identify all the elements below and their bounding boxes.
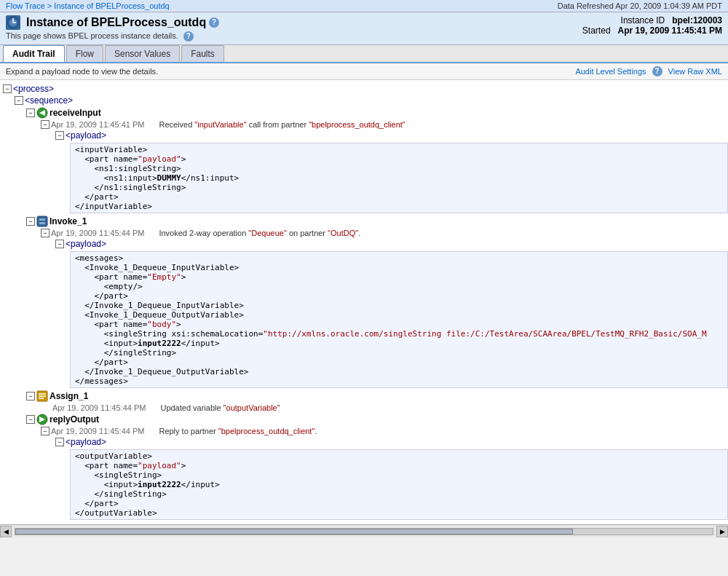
breadcrumb-instance: Instance of BPELProcess_outdq xyxy=(54,1,169,10)
scroll-track[interactable] xyxy=(15,528,713,535)
process-expand[interactable]: − xyxy=(3,84,12,93)
reply-output-events: − Apr 19, 2009 11:45:44 PM Reply to part… xyxy=(26,426,728,520)
instance-id-row: Instance ID bpel:120003 xyxy=(582,15,722,25)
receive-input-section: − receiveInput − Apr 19, 2009 11:45:41 P… xyxy=(0,106,728,213)
assign1-row: − Assign_1 xyxy=(26,390,728,403)
subtitle-text: This page shows BPEL process instance de… xyxy=(6,31,178,40)
receive-event-time: Apr 19, 2009 11:45:41 PM xyxy=(51,120,144,129)
invoke1-payload-expand[interactable]: − xyxy=(55,240,64,248)
invoke1-section: − Invoke_1 − Apr 19, 2009 11:45:44 PM xyxy=(0,215,728,388)
receive-event-expand[interactable]: − xyxy=(41,120,50,129)
subtitle-help-icon[interactable]: ? xyxy=(183,31,194,42)
audit-level-settings-link[interactable]: Audit Level Settings xyxy=(575,67,646,76)
sequence-expand[interactable]: − xyxy=(15,96,23,105)
invoke1-payload-block: − <payload> <messages> <Invoke_1_Dequeue… xyxy=(41,238,728,388)
invoke1-expand[interactable]: − xyxy=(26,217,35,226)
invoke1-events: − Apr 19, 2009 11:45:44 PM Invoked 2-way… xyxy=(26,228,728,388)
receive-input-events: − Apr 19, 2009 11:45:41 PM Received "inp… xyxy=(26,119,728,213)
scroll-left-btn[interactable]: ◀ xyxy=(0,526,12,537)
reply-output-row: − replyOutput xyxy=(26,413,728,426)
instance-id-value: bpel:120003 xyxy=(672,15,722,25)
assign1-event-desc: Updated variable "outputVariable" xyxy=(160,403,280,412)
receive-input-row: − receiveInput xyxy=(26,106,728,119)
reply-output-label: replyOutput xyxy=(50,414,99,425)
assign1-event-time: Apr 19, 2009 11:45:44 PM xyxy=(52,403,146,412)
svg-rect-7 xyxy=(39,218,45,221)
reply-payload-block: − <payload> <outputVariable> <part name=… xyxy=(41,436,728,520)
reply-output-expand[interactable]: − xyxy=(26,415,35,424)
invoke1-event-expand[interactable]: − xyxy=(41,229,50,237)
title-area: Instance of BPELProcess_outdq ? This pag… xyxy=(6,15,219,42)
receive-payload-content: <inputVariable> <part name="payload"> <n… xyxy=(70,143,728,213)
page-header: Instance of BPELProcess_outdq ? This pag… xyxy=(0,12,728,45)
receive-payload-expand[interactable]: − xyxy=(55,131,64,140)
reply-output-event-expand[interactable]: − xyxy=(41,427,50,435)
breadcrumb-separator: > xyxy=(47,1,54,10)
tab-flow[interactable]: Flow xyxy=(66,45,103,62)
reply-output-event-row: − Apr 19, 2009 11:45:44 PM Reply to part… xyxy=(41,426,728,436)
reply-output-event-desc: Reply to partner "bpelprocess_outdq_clie… xyxy=(159,427,317,435)
tab-audit-trail[interactable]: Audit Trail xyxy=(3,45,65,62)
content-toolbar: Expand a payload node to view the detail… xyxy=(0,63,728,80)
invoke1-event-row: − Apr 19, 2009 11:45:44 PM Invoked 2-way… xyxy=(41,228,728,238)
receive-icon xyxy=(36,107,48,119)
reply-payload-content: <outputVariable> <part name="payload"> <… xyxy=(70,449,728,520)
scroll-thumb[interactable] xyxy=(15,529,573,534)
started-label: Started xyxy=(582,25,611,36)
breadcrumb-bar: Flow Trace > Instance of BPELProcess_out… xyxy=(0,0,728,12)
audit-tree: − <process> − <sequence> − receiveInput xyxy=(0,80,728,524)
reply-payload-expand[interactable]: − xyxy=(55,438,64,446)
assign1-events: Apr 19, 2009 11:45:44 PM Updated variabl… xyxy=(26,403,728,413)
process-tag: <process> xyxy=(13,84,54,94)
invoke1-row: − Invoke_1 xyxy=(26,215,728,228)
scroll-right-btn[interactable]: ▶ xyxy=(716,526,728,537)
tab-sensor-values[interactable]: Sensor Values xyxy=(105,45,180,62)
assign1-event-row: Apr 19, 2009 11:45:44 PM Updated variabl… xyxy=(41,403,728,413)
invoke1-event-desc: Invoked 2-way operation "Dequeue" on par… xyxy=(159,229,360,237)
view-raw-xml-link[interactable]: View Raw XML xyxy=(668,67,722,76)
receive-input-label: receiveInput xyxy=(50,108,101,118)
started-row: Started Apr 19, 2009 11:45:41 PM xyxy=(582,25,722,36)
reply-icon xyxy=(36,414,48,425)
assign1-expand[interactable]: − xyxy=(26,392,35,401)
reply-payload-row: − <payload> xyxy=(55,436,728,448)
page-icon xyxy=(6,15,20,30)
content-area: Expand a payload node to view the detail… xyxy=(0,63,728,524)
sequence-row: − <sequence> xyxy=(0,95,728,106)
reply-payload-tag: <payload> xyxy=(66,437,106,447)
toolbar-actions: Audit Level Settings ? View Raw XML xyxy=(575,66,722,76)
page-title: Instance of BPELProcess_outdq ? xyxy=(6,15,219,30)
title-text: Instance of BPELProcess_outdq xyxy=(26,16,206,29)
reply-output-section: − replyOutput − Apr 19, 2009 11:45:44 PM xyxy=(0,413,728,520)
invoke1-event-time: Apr 19, 2009 11:45:44 PM xyxy=(51,229,144,237)
instance-id-label: Instance ID xyxy=(621,15,665,25)
receive-payload-block: − <payload> <inputVariable> <part name="… xyxy=(41,130,728,213)
breadcrumb: Flow Trace > Instance of BPELProcess_out… xyxy=(6,1,170,10)
reply-output-event-time: Apr 19, 2009 11:45:44 PM xyxy=(51,427,144,435)
svg-rect-6 xyxy=(37,216,47,226)
started-value: Apr 19, 2009 11:45:41 PM xyxy=(618,25,722,36)
instance-info: Instance ID bpel:120003 Started Apr 19, … xyxy=(582,15,722,36)
expand-hint: Expand a payload node to view the detail… xyxy=(6,67,158,76)
audit-level-help-icon[interactable]: ? xyxy=(652,66,662,76)
svg-rect-8 xyxy=(39,222,45,224)
assign-icon xyxy=(36,390,48,402)
invoke-icon xyxy=(36,216,48,227)
subtitle: This page shows BPEL process instance de… xyxy=(6,31,219,42)
invoke1-payload-content: <messages> <Invoke_1_Dequeue_InputVariab… xyxy=(70,251,728,388)
tab-faults[interactable]: Faults xyxy=(181,45,224,62)
breadcrumb-flow-trace[interactable]: Flow Trace xyxy=(6,1,45,10)
receive-event-desc: Received "inputVariable" call from partn… xyxy=(159,120,405,129)
invoke1-payload-tag: <payload> xyxy=(66,239,106,249)
receive-event-row: − Apr 19, 2009 11:45:41 PM Received "inp… xyxy=(41,119,728,130)
tab-bar: Audit Trail Flow Sensor Values Faults xyxy=(0,45,728,63)
receive-input-expand[interactable]: − xyxy=(26,109,35,117)
process-row: − <process> xyxy=(0,83,728,95)
invoke1-label: Invoke_1 xyxy=(50,216,87,226)
title-help-icon[interactable]: ? xyxy=(209,17,219,28)
data-refreshed-label: Data Refreshed Apr 20, 2009 1:04:39 AM P… xyxy=(558,1,722,10)
invoke1-payload-row: − <payload> xyxy=(55,238,728,250)
horizontal-scrollbar[interactable]: ◀ ▶ xyxy=(0,524,728,537)
assign1-section: − Assign_1 Apr 19, 2009 11:45:44 PM xyxy=(0,390,728,413)
sequence-tag: <sequence> xyxy=(25,95,73,106)
